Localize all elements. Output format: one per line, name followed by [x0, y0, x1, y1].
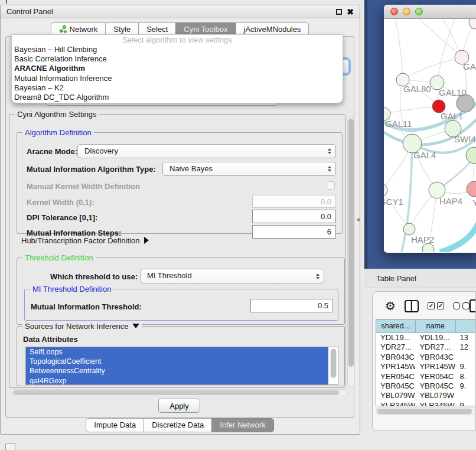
scrollbar-thumb[interactable]: [331, 349, 336, 377]
zoom-traffic-light-icon[interactable]: [415, 8, 423, 15]
table-horizontal-scrollbar[interactable]: [376, 407, 476, 415]
network-node-gcy1[interactable]: [384, 184, 387, 197]
dropdown-item[interactable]: Mutual Information Inference: [12, 74, 343, 83]
network-node-y[interactable]: [467, 181, 476, 197]
table-row[interactable]: YBL079WYBL079W: [376, 391, 476, 400]
data-attributes-list[interactable]: SelfLoopsTopologicalCoefficientBetweenne…: [25, 347, 338, 385]
table-icon-partial[interactable]: [470, 299, 476, 312]
table-cell[interactable]: YPR145W: [376, 362, 415, 371]
dropdown-item[interactable]: Bayesian – K2: [12, 83, 343, 93]
table-row[interactable]: YBR045CYBR045C9.: [376, 381, 476, 391]
table-row[interactable]: YLR345WYLR345W9.: [376, 401, 476, 406]
dropdown-item[interactable]: Dream8 DC_TDC Algorithm: [12, 93, 343, 102]
table-cell[interactable]: YER054C: [376, 372, 415, 381]
dropdown-item[interactable]: ARACNE Algorithm: [12, 64, 343, 73]
table-row[interactable]: YDR27...YDR27...12: [376, 343, 476, 352]
network-canvas[interactable]: GALGAL80GAL10GAL1GAL11SWI4GAL4GCY1HAP4YH…: [384, 19, 476, 252]
table-cell[interactable]: YBL079W: [415, 391, 455, 400]
settings-horizontal-scrollbar[interactable]: [11, 389, 348, 396]
table-cell[interactable]: YBR043C: [415, 353, 455, 362]
gear-icon[interactable]: ⚙: [385, 300, 396, 312]
node-table: shared...name YDL19...YDL19...13YDR27...…: [376, 319, 476, 406]
close-traffic-light-icon[interactable]: [390, 8, 398, 15]
tab-label: Select: [146, 25, 168, 34]
sources-group: Sources for Network Inference Data Attri…: [17, 326, 345, 386]
panel-divider-collapse-icon[interactable]: ◄: [355, 216, 361, 223]
tab-impute-data[interactable]: Impute Data: [86, 418, 144, 432]
float-window-icon[interactable]: [336, 9, 342, 15]
expand-right-icon: [144, 237, 149, 244]
node-label: SWI4: [454, 134, 476, 144]
hub-factor-expander[interactable]: Hub/Transcription Factor Definition: [21, 236, 149, 245]
table-cell[interactable]: YDL19...: [415, 333, 455, 343]
table-row[interactable]: YBR043CYBR043C: [376, 353, 476, 362]
attribute-list-item-selected[interactable]: gal4RGexp: [26, 376, 328, 385]
network-node[interactable]: [422, 243, 434, 252]
select-all-columns-icon[interactable]: ✓ ✓: [428, 302, 444, 309]
close-icon[interactable]: ✖: [347, 9, 354, 15]
split-pane-icon[interactable]: [405, 300, 419, 312]
mi-threshold-definition-group: MI Threshold Definition Mutual Informati…: [24, 289, 338, 321]
table-cell[interactable]: YBR045C: [415, 381, 455, 391]
network-node-swi4[interactable]: [466, 147, 476, 164]
sources-group-title[interactable]: Sources for Network Inference: [22, 322, 142, 331]
mi-threshold-field[interactable]: 0.5: [250, 299, 333, 312]
tab-label: Discretize Data: [152, 420, 204, 429]
table-row[interactable]: YPR145WYPR145W9.: [376, 362, 476, 371]
tab-infer-network[interactable]: Infer Network: [211, 418, 273, 432]
table-cell[interactable]: 13: [456, 333, 476, 343]
attribute-list-item-selected[interactable]: BetweennessCentrality: [26, 366, 328, 376]
table-cell[interactable]: 9.: [456, 362, 476, 371]
minimize-traffic-light-icon[interactable]: [403, 8, 410, 15]
table-cell[interactable]: 8.: [456, 372, 476, 381]
settings-vertical-scrollbar[interactable]: [347, 117, 355, 387]
table-row[interactable]: YER054CYER054C8.: [376, 372, 476, 381]
network-node[interactable]: [469, 19, 476, 29]
table-cell[interactable]: YBR043C: [376, 353, 415, 362]
list-scrollbar[interactable]: [330, 348, 337, 379]
scrollbar-thumb[interactable]: [377, 409, 472, 414]
attribute-list-item-selected[interactable]: SelfLoops: [26, 347, 328, 357]
table-cell[interactable]: 12: [456, 343, 476, 352]
table-cell[interactable]: YBL079W: [376, 391, 415, 400]
scrollbar-thumb[interactable]: [13, 390, 339, 395]
dropdown-item[interactable]: Basic Correlation Inference: [12, 54, 343, 64]
dpi-tolerance-field[interactable]: 0.0: [252, 210, 336, 223]
table-cell[interactable]: YBR045C: [376, 381, 415, 391]
column-header[interactable]: name: [416, 319, 456, 333]
table-cell[interactable]: [456, 353, 476, 362]
table-cell[interactable]: YLR345W: [415, 401, 455, 406]
table-cell[interactable]: YER054C: [415, 372, 455, 381]
table-cell[interactable]: YDR27...: [415, 343, 455, 352]
mi-threshold-definition-title: MI Threshold Definition: [30, 285, 113, 294]
aracne-mode-label: Aracne Mode:: [27, 147, 77, 156]
attribute-list-item-selected[interactable]: TopologicalCoefficient: [26, 357, 328, 366]
mi-algorithm-type-label: Mutual Information Algorithm Type:: [27, 165, 156, 174]
tab-discretize-data[interactable]: Discretize Data: [144, 418, 212, 432]
table-cell[interactable]: YDL19...: [376, 333, 415, 343]
aracne-mode-combobox[interactable]: Discovery: [77, 144, 336, 158]
dpi-tolerance-label: DPI Tolerance [0,1]:: [27, 213, 97, 222]
which-threshold-combobox[interactable]: MI Threshold: [140, 269, 324, 283]
dropdown-item[interactable]: Bayesian – Hill Climbing: [12, 45, 343, 54]
mi-steps-field[interactable]: 6: [252, 225, 336, 239]
scrollbar-thumb[interactable]: [348, 119, 354, 367]
column-header[interactable]: [456, 319, 476, 333]
table-cell[interactable]: 9.: [456, 381, 476, 391]
apply-button[interactable]: Apply: [158, 399, 200, 413]
mi-algorithm-type-combobox[interactable]: Naive Bayes: [162, 162, 336, 176]
table-cell[interactable]: YDR27...: [376, 343, 415, 352]
table-cell[interactable]: [456, 391, 476, 400]
table-cell[interactable]: YLR345W: [376, 401, 415, 406]
network-node-hap2[interactable]: [403, 223, 415, 235]
deselect-all-columns-icon[interactable]: [453, 302, 470, 309]
table-cell[interactable]: 9.: [456, 401, 476, 406]
table-cell[interactable]: YPR145W: [415, 362, 455, 371]
mi-threshold-label: Mutual Information Threshold:: [31, 302, 142, 311]
node-label: GAL: [463, 61, 476, 71]
minimized-panel-icon[interactable]: [5, 443, 15, 450]
table-row[interactable]: YDL19...YDL19...13: [376, 333, 476, 343]
node-label: GAL1: [441, 111, 463, 121]
mi-algorithm-type-value: Naive Bayes: [169, 164, 213, 173]
column-header[interactable]: shared...: [376, 319, 416, 333]
